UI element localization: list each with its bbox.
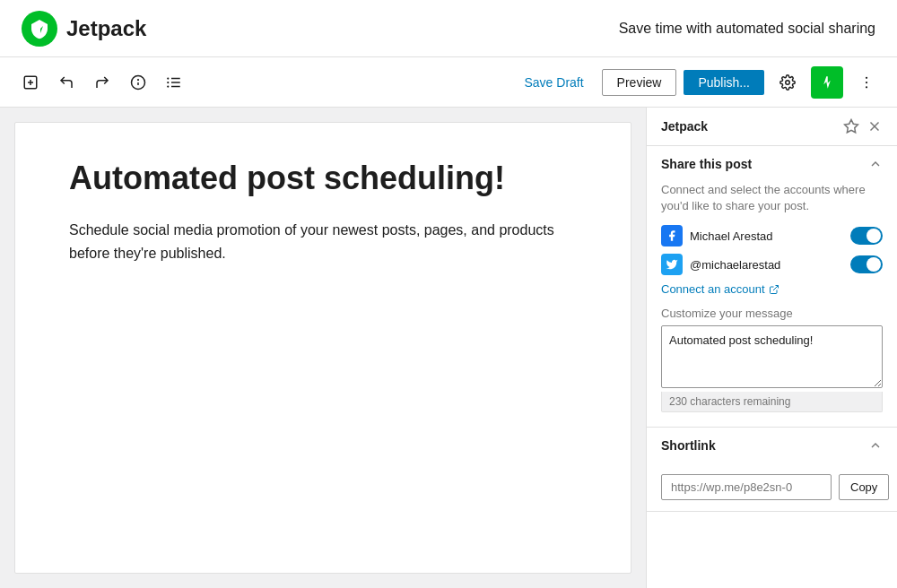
char-count: 230 characters remaining [661, 392, 883, 412]
svg-marker-18 [845, 120, 858, 133]
shortlink-section-header[interactable]: Shortlink [647, 428, 897, 463]
logo-area: Jetpack [22, 11, 146, 47]
chevron-up-icon-2 [868, 438, 883, 453]
shortlink-row: Copy [661, 474, 883, 500]
add-block-button[interactable] [14, 66, 47, 99]
svg-marker-14 [823, 76, 831, 89]
toolbar-right-actions: Save Draft Preview Publish... [513, 66, 883, 99]
settings-button[interactable] [771, 66, 804, 99]
app-name: Jetpack [66, 16, 146, 41]
toolbar-left-actions [14, 66, 190, 99]
twitter-account-left: @michaelarestad [661, 254, 780, 275]
post-title[interactable]: Automated post scheduling! [69, 159, 577, 197]
shortlink-section: Shortlink Copy [647, 428, 897, 512]
info-button[interactable] [122, 66, 154, 99]
sidebar-header-actions [843, 118, 883, 134]
svg-point-13 [786, 80, 790, 84]
facebook-icon [661, 225, 683, 246]
editor-toolbar: Save Draft Preview Publish... [0, 57, 897, 108]
twitter-account-row: @michaelarestad [661, 254, 883, 275]
customize-label: Customize your message [661, 307, 883, 320]
facebook-toggle-knob [867, 229, 881, 243]
main-content: Automated post scheduling! Schedule soci… [0, 108, 897, 588]
facebook-account-name: Michael Arestad [690, 229, 773, 243]
connect-account-link[interactable]: Connect an account [661, 282, 883, 296]
facebook-account-left: Michael Arestad [661, 225, 773, 246]
post-body[interactable]: Schedule social media promotion of your … [69, 219, 577, 264]
chevron-up-icon [868, 157, 883, 171]
redo-button[interactable] [86, 66, 118, 99]
close-button[interactable] [867, 118, 883, 134]
twitter-account-name: @michaelarestad [690, 258, 780, 272]
shortlink-section-title: Shortlink [661, 438, 716, 453]
message-textarea[interactable]: Automated post scheduling! [661, 325, 883, 388]
shortlink-input[interactable] [661, 474, 832, 500]
twitter-icon [661, 254, 683, 275]
svg-point-15 [866, 76, 867, 78]
share-section-body: Connect and select the accounts where yo… [647, 182, 897, 427]
editor-wrapper: Automated post scheduling! Schedule soci… [0, 108, 646, 588]
external-link-icon [769, 284, 779, 295]
sidebar-title: Jetpack [661, 119, 708, 134]
preview-button[interactable]: Preview [602, 69, 677, 96]
svg-point-17 [866, 86, 867, 88]
editor-card: Automated post scheduling! Schedule soci… [14, 122, 631, 574]
share-description: Connect and select the accounts where yo… [661, 182, 883, 214]
sidebar-header: Jetpack [647, 108, 897, 146]
facebook-account-row: Michael Arestad [661, 225, 883, 246]
list-view-button[interactable] [158, 66, 190, 99]
twitter-toggle[interactable] [850, 255, 883, 273]
save-draft-button[interactable]: Save Draft [513, 70, 594, 95]
star-button[interactable] [843, 118, 859, 134]
publish-button[interactable]: Publish... [684, 70, 764, 95]
copy-button[interactable]: Copy [839, 474, 889, 500]
svg-line-21 [773, 285, 779, 290]
twitter-toggle-knob [867, 257, 881, 272]
share-section: Share this post Connect and select the a… [647, 146, 897, 428]
more-options-button[interactable] [850, 66, 883, 99]
svg-point-16 [866, 81, 867, 82]
undo-button[interactable] [50, 66, 83, 99]
share-section-header[interactable]: Share this post [647, 146, 897, 182]
share-section-title: Share this post [661, 157, 752, 171]
app-header: Jetpack Save time with automated social … [0, 0, 897, 57]
jetpack-logo [22, 11, 57, 47]
header-tagline: Save time with automated social sharing [619, 21, 875, 37]
jetpack-panel-button[interactable] [811, 66, 843, 99]
jetpack-sidebar: Jetpack Share this post [646, 108, 897, 588]
shortlink-body: Copy [647, 463, 897, 511]
facebook-toggle[interactable] [850, 227, 883, 245]
